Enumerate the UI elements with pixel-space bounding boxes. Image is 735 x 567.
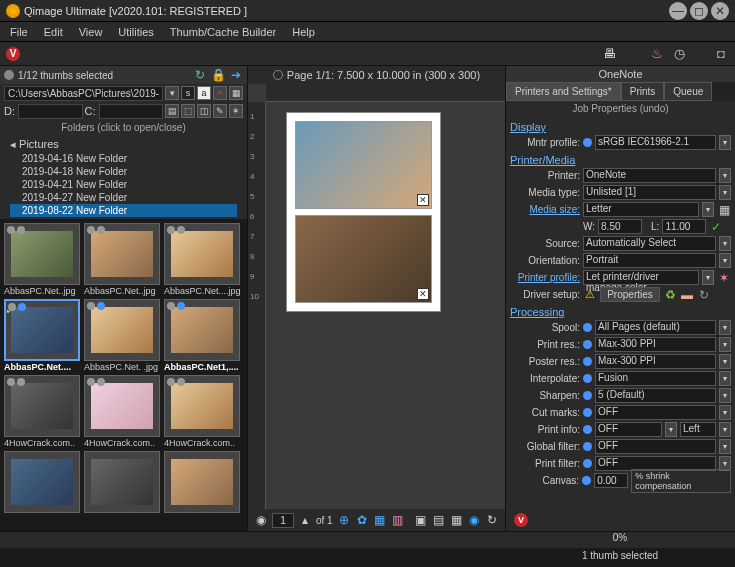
thumb-item[interactable] (164, 451, 240, 513)
menu-help[interactable]: Help (286, 24, 321, 40)
dropdown-icon[interactable]: ▾ (719, 371, 731, 386)
folder-node[interactable]: 2019-04-27 New Folder (10, 191, 237, 204)
minimize-button[interactable]: — (669, 2, 687, 20)
t4-icon[interactable]: ◉ (467, 513, 481, 527)
orientation-select[interactable]: Portrait (583, 253, 716, 268)
tool-2-icon[interactable]: ⬚ (181, 104, 195, 118)
grid-icon[interactable]: ▦ (373, 513, 387, 527)
tab-printers-settings[interactable]: Printers and Settings* (506, 82, 621, 101)
dropdown-icon[interactable]: ▾ (719, 388, 731, 403)
page-photo-1[interactable]: ✕ (295, 121, 432, 209)
radio-icon[interactable] (583, 138, 592, 147)
dropdown-icon[interactable]: ▾ (719, 168, 731, 183)
tab-queue[interactable]: Queue (664, 82, 712, 101)
t5-icon[interactable]: ↻ (485, 513, 499, 527)
dropdown-icon[interactable]: ▾ (719, 354, 731, 369)
path-dropdown-button[interactable]: ▾ (165, 86, 179, 100)
tool-1-icon[interactable]: ▤ (165, 104, 179, 118)
layout-icon[interactable]: ▥ (391, 513, 405, 527)
flame-icon[interactable]: ♨ (649, 46, 665, 62)
print-res-select[interactable]: Max-300 PPI (595, 337, 716, 352)
media-size-label[interactable]: Media size: (510, 204, 580, 215)
dropdown-icon[interactable]: ▾ (719, 185, 731, 200)
tool-gear-icon[interactable]: ✶ (229, 104, 243, 118)
page-num-input[interactable] (272, 513, 294, 528)
arrow-right-icon[interactable]: ➔ (229, 68, 243, 82)
ds2-icon[interactable]: ▬ (680, 288, 694, 302)
dropdown-icon[interactable]: ▾ (702, 202, 714, 217)
canvas-area[interactable]: 12 34 56 78 910 ✕ ✕ (248, 84, 505, 509)
remove-photo-icon[interactable]: ✕ (417, 288, 429, 300)
print-icon[interactable]: 🖶 (601, 46, 617, 62)
tree-root[interactable]: ◂ Pictures (10, 137, 237, 152)
tab-prints[interactable]: Prints (621, 82, 665, 101)
radio-icon[interactable] (582, 476, 591, 485)
thumb-item[interactable]: 4HowCrack.com.. (4, 375, 80, 449)
thumb-item[interactable] (84, 451, 160, 513)
section-processing[interactable]: Processing (510, 303, 731, 319)
dropdown-icon[interactable]: ▾ (665, 422, 677, 437)
poster-res-select[interactable]: Max-300 PPI (595, 354, 716, 369)
clock-icon[interactable]: ◷ (671, 46, 687, 62)
dropdown-icon[interactable]: ▾ (702, 270, 714, 285)
printer-select[interactable]: OneNote (583, 168, 716, 183)
page-photo-2[interactable]: ✕ (295, 215, 432, 303)
width-input[interactable] (598, 219, 642, 234)
dropdown-icon[interactable]: ▾ (719, 337, 731, 352)
thumb-item[interactable]: AbbasPC.Net1,.... (164, 299, 240, 373)
print-page[interactable]: ✕ ✕ (286, 112, 441, 312)
print-info-side-select[interactable]: Left (680, 422, 716, 437)
tool-3-icon[interactable]: ◫ (197, 104, 211, 118)
dropdown-icon[interactable]: ▾ (719, 253, 731, 268)
mntr-profile-select[interactable]: sRGB IEC61966-2.1 (595, 135, 716, 150)
size-extra-icon[interactable]: ▦ (717, 203, 731, 217)
folder-node[interactable]: 2019-04-18 New Folder (10, 165, 237, 178)
nav-first-icon[interactable]: ◉ (254, 513, 268, 527)
t3-icon[interactable]: ▦ (449, 513, 463, 527)
maximize-button[interactable]: ◻ (690, 2, 708, 20)
thumb-item[interactable]: 4HowCrack.com.. (84, 375, 160, 449)
folder-node-selected[interactable]: 2019-08-22 New Folder (10, 204, 237, 217)
dropdown-icon[interactable]: ▾ (719, 405, 731, 420)
dropdown-icon[interactable]: ▾ (719, 135, 731, 150)
dropdown-icon[interactable]: ▾ (719, 422, 731, 437)
menu-file[interactable]: File (4, 24, 34, 40)
drive-c-input[interactable] (99, 104, 164, 119)
btn-plus[interactable]: + (213, 86, 227, 100)
remove-photo-icon[interactable]: ✕ (417, 194, 429, 206)
lock-icon[interactable]: 🔒 (211, 68, 225, 82)
gear-icon[interactable]: ✿ (355, 513, 369, 527)
dropdown-icon[interactable]: ▾ (719, 439, 731, 454)
tool-wrench-icon[interactable]: ✎ (213, 104, 227, 118)
section-display[interactable]: Display (510, 118, 731, 134)
folder-node[interactable]: 2019-04-21 New Folder (10, 178, 237, 191)
close-button[interactable]: ✕ (711, 2, 729, 20)
t1-icon[interactable]: ▣ (413, 513, 427, 527)
btn-grid-icon[interactable]: ▦ (229, 86, 243, 100)
printer-profile-label[interactable]: Printer profile: (510, 272, 580, 283)
media-type-select[interactable]: Unlisted [1] (583, 185, 716, 200)
thumb-item[interactable]: AbbasPC.Net..jpg (84, 223, 160, 297)
job-props-label[interactable]: Job Properties (undo) (506, 101, 735, 116)
disk-icon[interactable]: ◘ (713, 46, 729, 62)
ds3-icon[interactable]: ↻ (697, 288, 711, 302)
thumb-item[interactable]: AbbasPC.Net..jpg (4, 223, 80, 297)
alert-v-icon[interactable]: V (514, 513, 528, 527)
dropdown-icon[interactable]: ▾ (719, 236, 731, 251)
radio-icon[interactable] (583, 340, 592, 349)
thumb-item[interactable]: 4HowCrack.com.. (164, 375, 240, 449)
menu-edit[interactable]: Edit (38, 24, 69, 40)
radio-icon[interactable] (583, 425, 592, 434)
source-select[interactable]: Automatically Select (583, 236, 716, 251)
global-filter-select[interactable]: OFF (595, 439, 716, 454)
thumb-item[interactable] (4, 451, 80, 513)
properties-button[interactable]: Properties (600, 287, 660, 302)
page-spin-icon[interactable]: ▴ (298, 513, 312, 527)
radio-icon[interactable] (583, 323, 592, 332)
canvas-input[interactable] (594, 473, 628, 488)
radio-icon[interactable] (583, 357, 592, 366)
menu-utilities[interactable]: Utilities (112, 24, 159, 40)
radio-icon[interactable] (583, 391, 592, 400)
folder-node[interactable]: 2019-04-16 New Folder (10, 152, 237, 165)
radio-icon[interactable] (583, 442, 592, 451)
